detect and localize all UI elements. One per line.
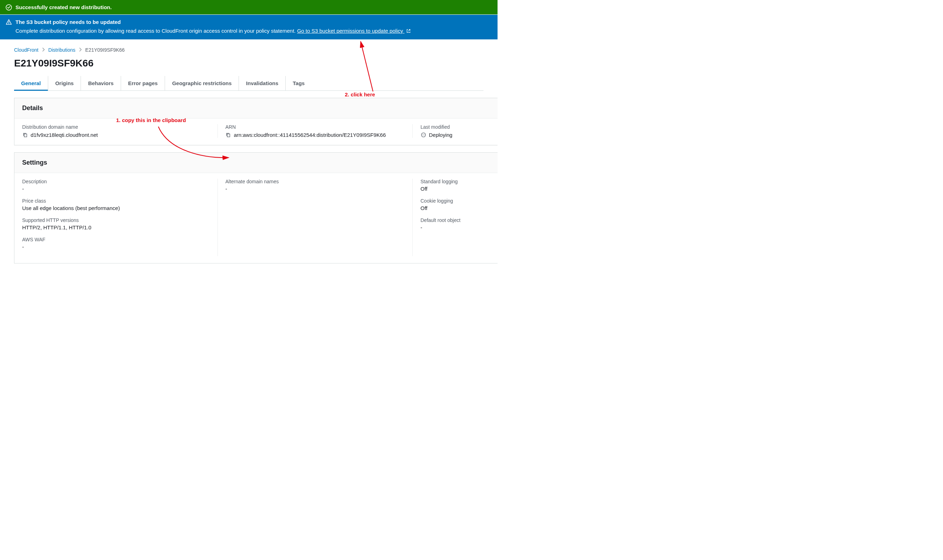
alternate-domains-label: Alternate domain names [226,179,402,184]
svg-point-6 [422,134,423,135]
info-desc-text: Complete distribution configuration by a… [15,28,297,34]
svg-rect-3 [24,134,27,137]
settings-header: Settings [14,153,498,173]
breadcrumb-distributions[interactable]: Distributions [48,47,75,53]
external-link-icon [406,28,411,36]
last-modified-value: Deploying [429,132,452,138]
warning-triangle-icon [6,19,12,25]
page-title: E21Y09I9SF9K66 [0,54,498,76]
breadcrumb: CloudFront Distributions E21Y09I9SF9K66 [0,44,498,54]
aws-waf-label: AWS WAF [22,237,207,242]
description-value: - [22,186,207,192]
check-circle-icon [6,4,12,11]
domain-name-label: Distribution domain name [22,124,207,130]
description-label: Description [22,179,207,184]
http-versions-value: HTTP/2, HTTP/1.1, HTTP/1.0 [22,225,207,231]
breadcrumb-current: E21Y09I9SF9K66 [85,47,125,53]
aws-waf-value: - [22,244,207,250]
settings-panel: Settings Description - Price class Use a… [14,152,498,263]
tab-origins[interactable]: Origins [48,76,81,91]
info-desc: Complete distribution configuration by a… [15,27,492,36]
tab-error-pages[interactable]: Error pages [121,76,165,91]
svg-rect-4 [227,134,230,137]
breadcrumb-cloudfront[interactable]: CloudFront [14,47,38,53]
copy-icon[interactable] [226,132,231,137]
cookie-logging-value: Off [420,205,479,211]
s3-policy-link[interactable]: Go to S3 bucket permissions to update po… [297,28,411,34]
tab-bar: General Origins Behaviors Error pages Ge… [14,76,483,91]
info-title: The S3 bucket policy needs to be updated [15,18,492,26]
in-progress-icon [420,132,426,137]
svg-point-8 [424,134,425,135]
success-banner: Successfully created new distribution. [0,0,498,14]
alternate-domains-value: - [226,186,402,192]
standard-logging-value: Off [420,186,479,192]
last-modified-label: Last modified [420,124,479,130]
domain-name-value: d1fv9xz18leqti.cloudfront.net [31,132,98,138]
details-header: Details [14,98,498,118]
tab-invalidations[interactable]: Invalidations [239,76,286,91]
copy-icon[interactable] [22,132,28,137]
info-banner: The S3 bucket policy needs to be updated… [0,14,498,39]
default-root-object-label: Default root object [420,217,479,223]
success-text: Successfully created new distribution. [15,3,492,11]
arn-value: arn:aws:cloudfront::411415562544:distrib… [234,132,386,138]
tab-tags[interactable]: Tags [286,76,312,91]
arn-label: ARN [226,124,402,130]
svg-point-7 [423,134,424,135]
price-class-label: Price class [22,198,207,204]
tab-behaviors[interactable]: Behaviors [81,76,121,91]
chevron-right-icon [79,47,82,53]
default-root-object-value: - [420,225,479,231]
svg-point-2 [8,23,9,24]
tab-general[interactable]: General [14,76,48,91]
standard-logging-label: Standard logging [420,179,479,184]
cookie-logging-label: Cookie logging [420,198,479,204]
tab-geographic-restrictions[interactable]: Geographic restrictions [165,76,239,91]
details-panel: Details Distribution domain name d1fv9xz… [14,98,498,145]
http-versions-label: Supported HTTP versions [22,217,207,223]
price-class-value: Use all edge locations (best performance… [22,205,207,211]
chevron-right-icon [42,47,45,53]
